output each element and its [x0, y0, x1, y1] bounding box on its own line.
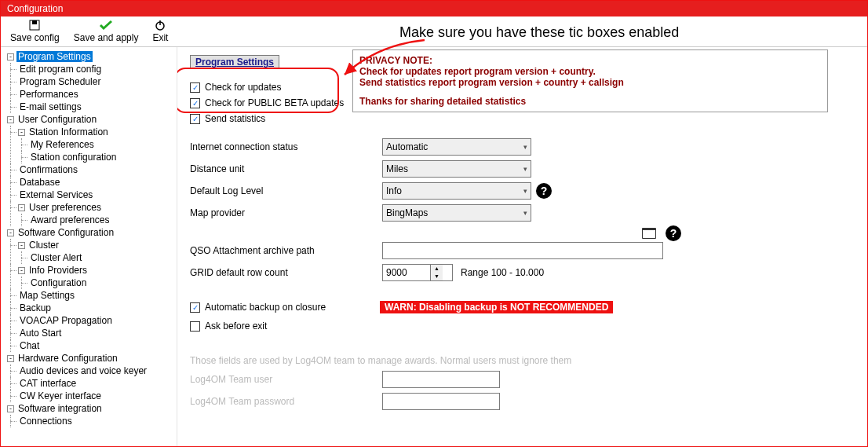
qso-path-label: QSO Attachment archive path	[190, 245, 382, 256]
tree-audio-devices[interactable]: Audio devices and voice keyer	[18, 365, 148, 376]
tree-hardware-config[interactable]: Hardware Configuration	[16, 353, 119, 364]
tree-user-prefs[interactable]: User preferences	[27, 202, 103, 213]
tree-station-info[interactable]: Station Information	[27, 126, 110, 137]
settings-panel: Program Settings PRIVACY NOTE: Check for…	[177, 47, 867, 447]
tree-cluster[interactable]: Cluster	[27, 240, 60, 251]
grid-range-text: Range 100 - 10.000	[461, 267, 544, 278]
tree-program-settings[interactable]: Program Settings	[16, 51, 93, 62]
tree-performances[interactable]: Performances	[18, 89, 80, 100]
check-icon	[99, 18, 113, 32]
nav-tree[interactable]: -Program Settings Edit program config Pr…	[1, 47, 177, 447]
auto-backup-checkbox[interactable]: ✓	[190, 302, 200, 313]
tree-external-services[interactable]: External Services	[18, 189, 94, 200]
tree-database[interactable]: Database	[18, 177, 61, 188]
chevron-down-icon: ▾	[523, 165, 527, 173]
svg-rect-1	[32, 20, 37, 24]
tree-toggle[interactable]: -	[18, 129, 25, 136]
tree-connections[interactable]: Connections	[18, 416, 74, 427]
map-provider-select[interactable]: BingMaps▾	[382, 204, 531, 222]
grid-count-input[interactable]	[383, 265, 430, 280]
tree-email-settings[interactable]: E-mail settings	[18, 101, 83, 112]
tree-toggle[interactable]: -	[7, 53, 14, 60]
tree-award-prefs[interactable]: Award preferences	[29, 214, 111, 225]
ask-exit-checkbox[interactable]	[190, 321, 200, 332]
tree-auto-start[interactable]: Auto Start	[18, 328, 63, 339]
privacy-title: PRIVACY NOTE:	[359, 55, 821, 66]
tree-toggle[interactable]: -	[7, 116, 14, 123]
tree-toggle[interactable]: -	[18, 204, 25, 211]
check-updates-label: Check for updates	[205, 82, 281, 93]
auto-backup-label: Automatic backup on closure	[205, 302, 380, 313]
check-updates-checkbox[interactable]: ✓	[190, 82, 200, 93]
tree-software-integration[interactable]: Software integration	[16, 403, 104, 414]
ask-exit-label: Ask before exit	[205, 321, 267, 332]
tree-cat-interface[interactable]: CAT interface	[18, 378, 78, 389]
privacy-line1: Check for updates report program version…	[359, 66, 821, 77]
window-titlebar: Configuration	[1, 1, 867, 16]
grid-count-label: GRID default row count	[190, 267, 382, 278]
tree-chat[interactable]: Chat	[18, 340, 41, 351]
window-title: Configuration	[7, 3, 63, 14]
tree-edit-program-config[interactable]: Edit program config	[18, 64, 103, 75]
distance-unit-select[interactable]: Miles▾	[382, 160, 531, 178]
check-beta-label: Check for PUBLIC BETA updates	[205, 97, 344, 108]
spinner-down-icon[interactable]: ▼	[431, 273, 443, 280]
team-user-label: Log4OM Team user	[190, 374, 382, 385]
save-apply-label: Save and apply	[74, 32, 139, 43]
chevron-down-icon: ▾	[523, 143, 527, 151]
tree-toggle[interactable]: -	[7, 405, 14, 412]
log-level-select[interactable]: Info▾	[382, 182, 531, 200]
save-icon	[28, 18, 41, 32]
power-icon	[155, 18, 166, 32]
send-stats-checkbox[interactable]: ✓	[190, 114, 200, 124]
tree-toggle[interactable]: -	[7, 355, 14, 362]
tree-toggle[interactable]: -	[7, 229, 14, 236]
spinner-up-icon[interactable]: ▲	[431, 265, 443, 273]
distance-unit-label: Distance unit	[190, 163, 382, 174]
annotation-text: Make sure you have these tic boxes enabl…	[399, 24, 679, 41]
map-provider-label: Map provider	[190, 207, 382, 218]
tree-ip-configuration[interactable]: Configuration	[29, 277, 88, 288]
save-apply-button[interactable]: Save and apply	[71, 18, 142, 43]
tree-confirmations[interactable]: Confirmations	[18, 164, 79, 175]
conn-status-label: Internet connection status	[190, 141, 382, 152]
qso-path-input[interactable]	[382, 242, 663, 259]
privacy-line2: Send statistics report program version +…	[359, 77, 821, 88]
tree-toggle[interactable]: -	[18, 267, 25, 274]
tree-my-references[interactable]: My References	[29, 139, 96, 150]
backup-warning: WARN: Disabling backup is NOT RECOMMENDE…	[380, 301, 613, 313]
grid-count-spinner[interactable]: ▲▼	[382, 264, 453, 281]
panel-header: Program Settings	[190, 55, 279, 69]
folder-icon[interactable]	[642, 228, 656, 239]
team-fields-hint: Those fields are used by Log4OM team to …	[190, 355, 855, 366]
privacy-thanks: Thanks for sharing detailed statistics	[359, 96, 821, 107]
team-user-input[interactable]	[382, 371, 500, 388]
save-config-button[interactable]: Save config	[7, 18, 63, 43]
privacy-note: PRIVACY NOTE: Check for updates report p…	[352, 49, 828, 112]
tree-software-config[interactable]: Software Configuration	[16, 227, 115, 238]
conn-status-select[interactable]: Automatic▾	[382, 138, 531, 156]
tree-cluster-alert[interactable]: Cluster Alert	[29, 252, 83, 263]
help-icon[interactable]: ?	[666, 225, 681, 241]
check-beta-checkbox[interactable]: ✓	[190, 98, 200, 108]
help-icon[interactable]: ?	[536, 183, 552, 199]
team-pw-input[interactable]	[382, 393, 500, 410]
tree-info-providers[interactable]: Info Providers	[27, 265, 89, 276]
tree-program-scheduler[interactable]: Program Scheduler	[18, 76, 102, 87]
team-pw-label: Log4OM Team password	[190, 396, 382, 407]
send-stats-label: Send statistics	[205, 113, 265, 124]
exit-label: Exit	[152, 32, 168, 43]
chevron-down-icon: ▾	[523, 187, 527, 195]
save-config-label: Save config	[10, 32, 60, 43]
exit-button[interactable]: Exit	[149, 18, 171, 43]
tree-backup[interactable]: Backup	[18, 302, 53, 313]
tree-user-config[interactable]: User Configuration	[16, 114, 98, 125]
tree-map-settings[interactable]: Map Settings	[18, 290, 76, 301]
tree-toggle[interactable]: -	[18, 242, 25, 249]
tree-station-config[interactable]: Station configuration	[29, 152, 118, 163]
log-level-label: Default Log Level	[190, 185, 382, 196]
chevron-down-icon: ▾	[523, 209, 527, 217]
tree-voacap[interactable]: VOACAP Propagation	[18, 315, 114, 326]
tree-cw-keyer[interactable]: CW Keyer interface	[18, 390, 103, 401]
